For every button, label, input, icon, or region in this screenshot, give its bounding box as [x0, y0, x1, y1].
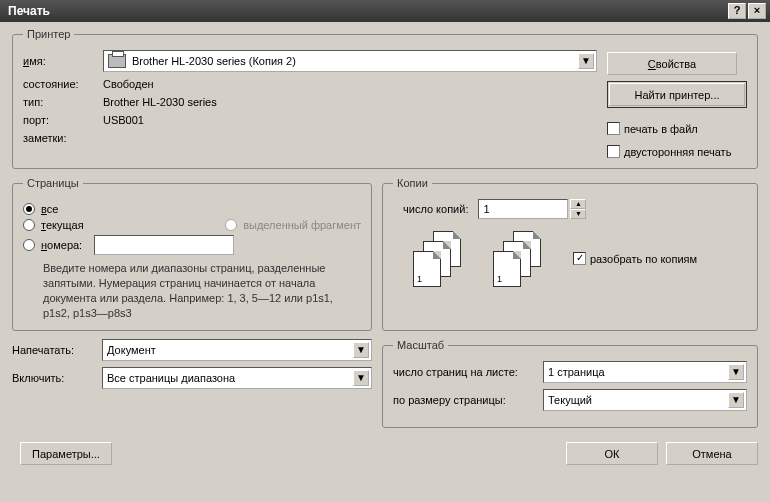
print-what-dropdown[interactable]: Документ ▼: [102, 339, 372, 361]
printer-name-label: имя:: [23, 55, 103, 67]
copies-legend: Копии: [393, 177, 432, 189]
chevron-down-icon: ▼: [728, 364, 744, 380]
printer-type-label: тип:: [23, 96, 103, 108]
spin-up-icon[interactable]: ▲: [570, 199, 586, 209]
scale-to-label: по размеру страницы:: [393, 394, 543, 406]
pages-per-sheet-label: число страниц на листе:: [393, 366, 543, 378]
printer-legend: Принтер: [23, 28, 74, 40]
pages-per-sheet-dropdown[interactable]: 1 страница ▼: [543, 361, 747, 383]
spin-down-icon[interactable]: ▼: [570, 209, 586, 219]
pages-per-sheet-value: 1 страница: [548, 366, 724, 378]
include-label: Включить:: [12, 372, 102, 384]
scale-to-dropdown[interactable]: Текущий ▼: [543, 389, 747, 411]
cancel-button[interactable]: Отмена: [666, 442, 758, 465]
pages-all-radio[interactable]: [23, 203, 35, 215]
chevron-down-icon: ▼: [353, 370, 369, 386]
close-button[interactable]: ×: [748, 3, 766, 19]
printer-notes-label: заметки:: [23, 132, 103, 144]
print-include-col: Напечатать: Документ ▼ Включить: Все стр…: [12, 339, 372, 428]
duplex-label: двусторонняя печать: [624, 146, 731, 158]
chevron-down-icon: ▼: [353, 342, 369, 358]
options-button[interactable]: Параметры...: [20, 442, 112, 465]
properties-button[interactable]: Свойства: [607, 52, 737, 75]
copies-group: Копии число копий: 1 ▲ ▼ 3 2 1: [382, 177, 758, 331]
pages-numbers-radio[interactable]: [23, 239, 35, 251]
collate-preview: 3 2 1 3 2 1 ✓ разобрать по копиям: [413, 231, 747, 286]
duplex-checkbox[interactable]: [607, 145, 620, 158]
print-to-file-label: печать в файл: [624, 123, 698, 135]
scale-to-value: Текущий: [548, 394, 724, 406]
pages-hint: Введите номера или диапазоны страниц, ра…: [23, 261, 361, 320]
copies-count-input[interactable]: 1: [478, 199, 568, 219]
chevron-down-icon: ▼: [728, 392, 744, 408]
printer-port-value: USB001: [103, 114, 144, 126]
zoom-group: Масштаб число страниц на листе: 1 страни…: [382, 339, 758, 428]
include-value: Все страницы диапазона: [107, 372, 349, 384]
printer-name-dropdown[interactable]: Brother HL-2030 series (Копия 2) ▼: [103, 50, 597, 72]
pages-selection-label: выделенный фрагмент: [243, 219, 361, 231]
print-to-file-checkbox[interactable]: [607, 122, 620, 135]
include-dropdown[interactable]: Все страницы диапазона ▼: [102, 367, 372, 389]
bottom-bar: Параметры... ОК Отмена: [12, 442, 758, 465]
printer-icon: [108, 54, 126, 68]
pages-current-radio[interactable]: [23, 219, 35, 231]
pages-legend: Страницы: [23, 177, 83, 189]
title-bar: Печать ? ×: [0, 0, 770, 22]
printer-name-value: Brother HL-2030 series (Копия 2): [132, 55, 574, 67]
help-button[interactable]: ?: [728, 3, 746, 19]
find-printer-button[interactable]: Найти принтер...: [609, 83, 745, 106]
printer-group: Принтер имя: Brother HL-2030 series (Коп…: [12, 28, 758, 169]
print-what-label: Напечатать:: [12, 344, 102, 356]
collate-label: разобрать по копиям: [590, 253, 697, 265]
collate-checkbox[interactable]: ✓: [573, 252, 586, 265]
printer-state-value: Свободен: [103, 78, 154, 90]
copies-count-label: число копий:: [403, 203, 468, 215]
dialog-body: Принтер имя: Brother HL-2030 series (Коп…: [0, 22, 770, 475]
print-what-value: Документ: [107, 344, 349, 356]
chevron-down-icon: ▼: [578, 53, 594, 69]
copies-spinner[interactable]: 1 ▲ ▼: [478, 199, 586, 219]
printer-type-value: Brother HL-2030 series: [103, 96, 217, 108]
pages-all-label: все: [41, 203, 58, 215]
find-printer-frame: Найти принтер...: [607, 81, 747, 108]
pages-numbers-input[interactable]: [94, 235, 234, 255]
printer-port-label: порт:: [23, 114, 103, 126]
pages-numbers-label: номера:: [41, 239, 82, 251]
ok-button[interactable]: ОК: [566, 442, 658, 465]
printer-actions: Свойства Найти принтер... печать в файл …: [597, 50, 747, 158]
page-stack-2: 3 2 1: [493, 231, 543, 286]
zoom-legend: Масштаб: [393, 339, 448, 351]
pages-group: Страницы все текущая выделенный фрагмент…: [12, 177, 372, 331]
page-stack-1: 3 2 1: [413, 231, 463, 286]
pages-current-label: текущая: [41, 219, 84, 231]
pages-selection-radio: [225, 219, 237, 231]
printer-state-label: состояние:: [23, 78, 103, 90]
window-title: Печать: [8, 4, 726, 18]
